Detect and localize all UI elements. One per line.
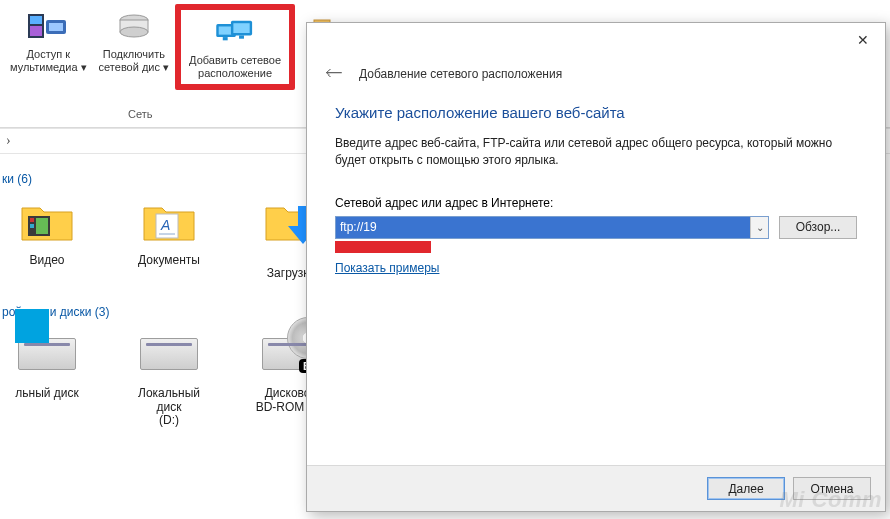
ribbon-add-network-location[interactable]: Добавить сетевоерасположение	[181, 10, 289, 84]
svg-rect-4	[49, 23, 63, 31]
dialog-header-text: Добавление сетевого расположения	[359, 67, 562, 81]
close-icon: ✕	[857, 32, 869, 48]
redacted-block	[335, 241, 431, 253]
drive-local-c[interactable]: льный диск	[4, 325, 90, 428]
cancel-button[interactable]: Отмена	[793, 477, 871, 500]
addr-chevron-icon: ›	[6, 133, 11, 149]
item-label: Локальный диск(D:)	[126, 387, 212, 428]
dialog-body: Укажите расположение вашего веб-сайта Вв…	[307, 98, 885, 275]
ribbon-add-location-highlight: Добавить сетевоерасположение	[175, 4, 295, 90]
close-button[interactable]: ✕	[841, 26, 885, 54]
dialog-footer: Далее Отмена	[307, 465, 885, 511]
ribbon-label: Подключитьсетевой дис ▾	[99, 48, 169, 74]
folder-video[interactable]: Видео	[4, 192, 90, 281]
ribbon-label: Добавить сетевоерасположение	[189, 54, 281, 80]
ribbon-label: Доступ кмультимедиа ▾	[10, 48, 87, 74]
browse-button[interactable]: Обзор...	[779, 216, 857, 239]
add-network-location-dialog: ✕ 🡐 Добавление сетевого расположения Ука…	[306, 22, 886, 512]
item-label: Видео	[29, 254, 64, 268]
address-field-row: ⌄ Обзор...	[335, 216, 857, 239]
drive-icon	[140, 325, 198, 383]
item-label: льный диск	[15, 387, 79, 401]
show-examples-link[interactable]: Показать примеры	[335, 261, 439, 275]
address-field-label: Сетевой адрес или адрес в Интернете:	[335, 196, 857, 210]
back-button[interactable]: 🡐	[325, 63, 343, 84]
drive-icon	[18, 325, 76, 383]
item-label: Документы	[138, 254, 200, 268]
ribbon-connect-drive[interactable]: Подключитьсетевой дис ▾	[93, 4, 175, 76]
svg-point-7	[120, 27, 148, 37]
ribbon-section-label: Сеть	[128, 108, 152, 120]
chevron-down-icon[interactable]: ⌄	[750, 217, 768, 238]
svg-rect-16	[30, 218, 34, 222]
svg-rect-2	[30, 26, 42, 36]
svg-rect-12	[223, 37, 228, 40]
drive-local-d[interactable]: Локальный диск(D:)	[126, 325, 212, 428]
next-button[interactable]: Далее	[707, 477, 785, 500]
svg-rect-13	[239, 35, 244, 38]
svg-rect-1	[30, 16, 42, 24]
dialog-header: 🡐 Добавление сетевого расположения	[307, 57, 885, 98]
address-combobox[interactable]: ⌄	[335, 216, 769, 239]
address-input[interactable]	[336, 217, 750, 238]
ribbon-media-access[interactable]: Доступ кмультимедиа ▾	[4, 4, 93, 76]
folder-icon: A	[140, 192, 198, 250]
media-access-icon	[26, 10, 70, 44]
folder-documents[interactable]: A Документы	[126, 192, 212, 281]
dialog-title: Укажите расположение вашего веб-сайта	[335, 104, 857, 121]
svg-rect-11	[233, 23, 249, 33]
svg-text:A: A	[160, 217, 170, 233]
dialog-description: Введите адрес веб-сайта, FTP-сайта или с…	[335, 135, 857, 170]
folder-icon	[18, 192, 76, 250]
map-drive-icon	[112, 10, 156, 44]
add-network-location-icon	[213, 16, 257, 50]
dialog-titlebar: ✕	[307, 23, 885, 57]
svg-rect-17	[30, 224, 34, 228]
svg-rect-18	[36, 218, 48, 234]
